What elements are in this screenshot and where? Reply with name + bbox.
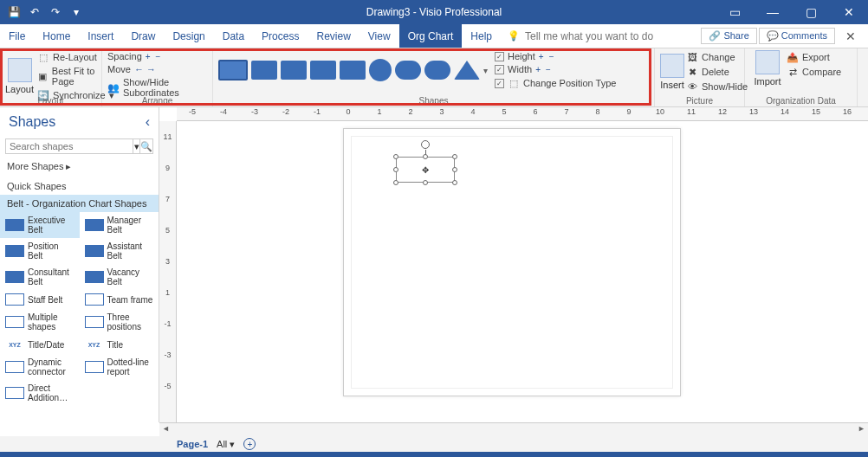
drawing-page[interactable]: ✥	[343, 128, 681, 396]
height-control[interactable]: ✓Height +−	[495, 50, 616, 62]
maximize-icon[interactable]: ▢	[792, 0, 830, 24]
shape-style-3[interactable]	[281, 61, 307, 80]
resize-handle-se[interactable]	[452, 180, 457, 185]
search-shapes-input[interactable]	[5, 138, 133, 154]
menu-bar: File Home Insert Draw Design Data Proces…	[0, 24, 868, 48]
qat-dropdown-icon[interactable]: ▾	[68, 3, 85, 21]
undo-icon[interactable]: ↶	[26, 3, 43, 21]
shape-style-1[interactable]	[218, 60, 248, 80]
shape-style-8[interactable]	[424, 61, 450, 80]
tab-help[interactable]: Help	[462, 24, 501, 48]
shape-dotted-report[interactable]: Dotted-line report	[80, 354, 159, 380]
window-controls: ▭ — ▢ ✕	[716, 0, 868, 24]
shape-position-belt[interactable]: Position Belt	[0, 238, 80, 264]
shape-group-title[interactable]: Belt - Organization Chart Shapes	[0, 195, 159, 212]
quick-shapes-link[interactable]: Quick Shapes	[0, 177, 159, 195]
shape-style-2[interactable]	[251, 61, 277, 80]
tab-orgchart[interactable]: Org Chart	[399, 24, 463, 48]
change-picture-button[interactable]: 🖼Change	[686, 50, 748, 64]
import-icon	[755, 50, 780, 74]
collapse-pane-icon[interactable]: ‹	[146, 114, 150, 130]
shape-gallery[interactable]: ▾	[218, 57, 488, 83]
selected-shape[interactable]: ✥	[396, 157, 455, 183]
shape-manager-belt[interactable]: Manager Belt	[80, 212, 159, 238]
shape-team-frame[interactable]: Team frame	[80, 290, 159, 309]
showhide-picture-button[interactable]: 👁Show/Hide	[686, 80, 748, 93]
lightbulb-icon: 💡	[508, 30, 520, 42]
minimize-icon[interactable]: —	[754, 0, 792, 24]
shape-style-6[interactable]	[369, 59, 392, 81]
export-button[interactable]: 📤Export	[787, 50, 841, 64]
shape-three-positions[interactable]: Three positions	[80, 309, 159, 335]
shape-title[interactable]: XYZTitle	[80, 335, 159, 354]
shape-executive-belt[interactable]: Executive Belt	[0, 212, 80, 238]
rotation-handle[interactable]	[421, 140, 430, 149]
spacing-button[interactable]: Spacing +−	[107, 50, 207, 62]
shape-style-4[interactable]	[310, 61, 336, 80]
tab-view[interactable]: View	[360, 24, 399, 48]
resize-handle-ne[interactable]	[452, 154, 457, 159]
tab-data[interactable]: Data	[214, 24, 253, 48]
bestfit-icon: ▣	[37, 70, 49, 82]
ribbon-options-icon[interactable]: ▭	[716, 0, 754, 24]
tab-draw[interactable]: Draw	[122, 24, 164, 48]
comments-button[interactable]: 💬 Comments	[759, 28, 835, 44]
save-icon[interactable]: 💾	[5, 3, 23, 21]
gallery-more-icon[interactable]: ▾	[483, 66, 488, 75]
title-bar: 💾 ↶ ↷ ▾ Drawing3 - Visio Professional ▭ …	[0, 0, 868, 24]
relayout-icon: ⬚	[37, 51, 49, 63]
share-button[interactable]: 🔗 Share	[701, 28, 756, 44]
shape-vacancy-belt[interactable]: Vacancy Belt	[80, 264, 159, 290]
import-button[interactable]: Import	[750, 50, 785, 87]
shape-direct-addition[interactable]: Direct Addition…	[0, 380, 80, 406]
shape-dynamic-connector[interactable]: Dynamic connector	[0, 354, 80, 380]
tab-home[interactable]: Home	[34, 24, 79, 48]
search-dropdown-icon[interactable]: ▾	[133, 138, 140, 154]
changepos-icon: ⬚	[508, 77, 520, 89]
orgdata-group-label: Organization Data	[745, 96, 857, 106]
add-page-button[interactable]: +	[243, 438, 256, 450]
shape-style-9[interactable]	[454, 61, 480, 80]
canvas[interactable]: -5-4-3-2-1012345678910111213141516 11975…	[159, 107, 868, 422]
shape-style-7[interactable]	[395, 61, 421, 80]
compare-button[interactable]: ⇄Compare	[787, 65, 841, 79]
ribbon: Layout ⬚Re-Layout ▣Best Fit to Page 🔄Syn…	[0, 48, 868, 107]
layout-button[interactable]: Layout	[5, 50, 34, 102]
resize-handle-n[interactable]	[423, 154, 428, 159]
move-button[interactable]: Move ← →	[107, 63, 207, 75]
arrange-group-label: Arrange	[102, 96, 212, 106]
width-control[interactable]: ✓Width +−	[495, 63, 616, 75]
more-shapes-button[interactable]: More Shapes ▸	[0, 156, 159, 177]
page-tab[interactable]: Page-1	[177, 439, 208, 449]
quick-access-toolbar: 💾 ↶ ↷ ▾	[0, 3, 85, 21]
shape-multiple-shapes[interactable]: Multiple shapes	[0, 309, 80, 335]
tellme-input[interactable]	[523, 29, 662, 44]
insert-picture-button[interactable]: Insert	[660, 50, 684, 93]
window-title: Drawing3 - Visio Professional	[366, 6, 502, 18]
close-icon[interactable]: ✕	[830, 0, 868, 24]
resize-handle-nw[interactable]	[393, 154, 398, 159]
close-pane-icon[interactable]: ✕	[837, 29, 865, 43]
shape-style-5[interactable]	[340, 61, 366, 80]
tab-process[interactable]: Process	[253, 24, 308, 48]
ruler-horizontal: -5-4-3-2-1012345678910111213141516	[177, 107, 868, 121]
shape-staff-belt[interactable]: Staff Belt	[0, 290, 80, 309]
horizontal-scrollbar[interactable]	[159, 422, 868, 436]
tab-review[interactable]: Review	[308, 24, 359, 48]
change-pos-button[interactable]: ✓⬚Change Position Type	[495, 76, 616, 90]
resize-handle-w[interactable]	[393, 167, 398, 172]
search-icon[interactable]: 🔍	[140, 138, 153, 154]
tab-design[interactable]: Design	[164, 24, 213, 48]
resize-handle-s[interactable]	[423, 180, 428, 185]
shape-consultant-belt[interactable]: Consultant Belt	[0, 264, 80, 290]
shape-assistant-belt[interactable]: Assistant Belt	[80, 238, 159, 264]
redo-icon[interactable]: ↷	[47, 3, 64, 21]
shape-title-date[interactable]: XYZTitle/Date	[0, 335, 80, 354]
tell-me[interactable]: 💡	[508, 24, 662, 48]
tab-insert[interactable]: Insert	[79, 24, 122, 48]
delete-picture-button[interactable]: ✖Delete	[686, 65, 748, 79]
tab-file[interactable]: File	[0, 24, 34, 48]
all-pages-menu[interactable]: All ▾	[217, 439, 235, 450]
resize-handle-sw[interactable]	[393, 180, 398, 185]
resize-handle-e[interactable]	[452, 167, 457, 172]
